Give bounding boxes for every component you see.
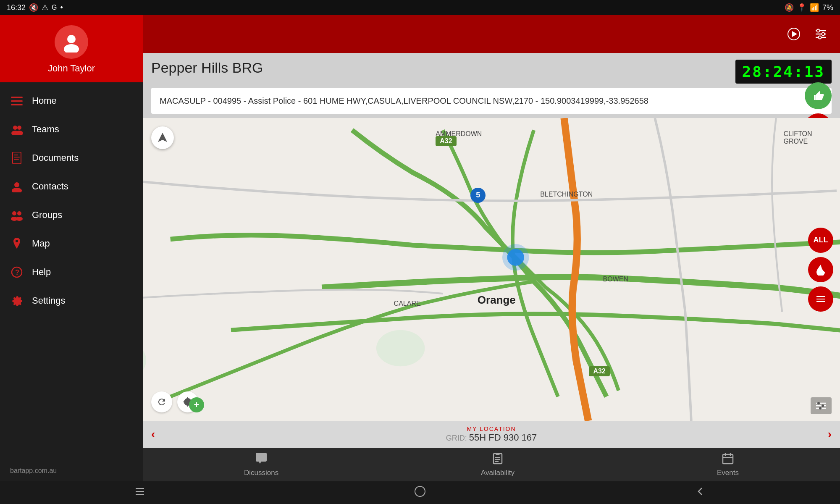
sidebar-item-label-groups: Groups bbox=[32, 210, 62, 220]
incident-title: Pepper Hills BRG bbox=[151, 60, 263, 76]
sidebar-item-help[interactable]: ? Help bbox=[0, 258, 143, 286]
svg-point-26 bbox=[817, 29, 820, 32]
map-roads-svg bbox=[143, 118, 840, 421]
groups-icon bbox=[10, 208, 24, 222]
svg-point-18 bbox=[16, 217, 23, 221]
location-info: MY LOCATION GRID: 55H FD 930 167 bbox=[446, 425, 537, 443]
bottom-tabs: Dicussions Availability bbox=[143, 448, 840, 481]
svg-point-16 bbox=[17, 211, 21, 215]
svg-point-15 bbox=[12, 211, 16, 215]
svg-rect-30 bbox=[143, 118, 840, 421]
svg-point-35 bbox=[502, 244, 529, 270]
play-icon[interactable] bbox=[785, 25, 803, 43]
sidebar: John Taylor Home bbox=[0, 15, 143, 481]
map-add-button[interactable]: + bbox=[189, 397, 204, 412]
road-badge-a32-top: A32 bbox=[436, 136, 456, 146]
home-button[interactable] bbox=[414, 486, 426, 500]
map-filter-button[interactable] bbox=[811, 397, 832, 414]
back-button[interactable] bbox=[694, 486, 706, 500]
svg-rect-3 bbox=[11, 100, 23, 102]
map-container[interactable]: AMMERDOWN CLIFTONGROVE BLETCHINGTON CALA… bbox=[143, 118, 840, 421]
svg-rect-2 bbox=[11, 97, 23, 98]
sidebar-item-groups[interactable]: Groups bbox=[0, 201, 143, 229]
signal-icon: G bbox=[52, 4, 57, 11]
time-display: 16:32 bbox=[7, 3, 26, 12]
svg-rect-9 bbox=[13, 152, 21, 164]
svg-point-57 bbox=[415, 486, 425, 496]
tab-availability[interactable]: Availability bbox=[481, 452, 514, 477]
tab-events[interactable]: Events bbox=[717, 452, 739, 477]
clipboard-icon bbox=[492, 452, 504, 467]
tab-discussions-label: Dicussions bbox=[244, 469, 278, 477]
svg-rect-45 bbox=[494, 454, 502, 464]
contact-icon bbox=[10, 180, 24, 193]
sidebar-item-label-contacts: Contacts bbox=[32, 181, 68, 192]
map-layers-button[interactable] bbox=[808, 286, 833, 312]
tab-discussions[interactable]: Dicussions bbox=[244, 452, 278, 477]
svg-point-13 bbox=[14, 182, 19, 187]
alert-icon: ⚠ bbox=[42, 3, 48, 12]
sidebar-nav: Home Teams bbox=[0, 82, 143, 460]
sidebar-item-teams[interactable]: Teams bbox=[0, 115, 143, 144]
svg-point-6 bbox=[17, 126, 21, 130]
map-drop-button[interactable] bbox=[808, 257, 833, 282]
svg-point-44 bbox=[819, 407, 822, 410]
svg-point-42 bbox=[817, 402, 820, 404]
mute-icon: 🔇 bbox=[29, 3, 38, 12]
svg-point-27 bbox=[822, 33, 825, 36]
sidebar-footer: bartapp.com.au bbox=[0, 460, 143, 481]
location-bar: ‹ MY LOCATION GRID: 55H FD 930 167 › bbox=[143, 421, 840, 448]
svg-point-43 bbox=[822, 404, 824, 407]
location-grid: GRID: 55H FD 930 167 bbox=[446, 432, 537, 443]
location-label: MY LOCATION bbox=[446, 425, 537, 432]
dot-icon: • bbox=[60, 3, 63, 12]
profile-name: John Taylor bbox=[48, 63, 95, 74]
status-bar: 16:32 🔇 ⚠ G • 🔕 📍 📶 7% bbox=[0, 0, 840, 15]
map-refresh-button[interactable] bbox=[151, 391, 172, 412]
map-navigation-button[interactable] bbox=[151, 126, 174, 149]
sidebar-profile: John Taylor bbox=[0, 15, 143, 82]
grid-value: 55H FD 930 167 bbox=[469, 432, 537, 443]
sidebar-item-label-help: Help bbox=[32, 267, 51, 278]
prev-arrow[interactable]: ‹ bbox=[151, 428, 155, 441]
svg-rect-46 bbox=[496, 453, 500, 455]
document-icon bbox=[10, 151, 24, 165]
help-icon: ? bbox=[10, 265, 24, 279]
sidebar-item-label-documents: Documents bbox=[32, 152, 79, 163]
filter-sliders-icon[interactable] bbox=[811, 25, 830, 43]
grid-prefix: GRID: bbox=[446, 434, 469, 442]
sidebar-item-map[interactable]: Map bbox=[0, 229, 143, 258]
svg-rect-4 bbox=[11, 104, 23, 105]
top-bar bbox=[143, 15, 840, 53]
status-right: 🔕 📍 📶 7% bbox=[785, 3, 833, 12]
tab-availability-label: Availability bbox=[481, 469, 514, 477]
incident-section: Pepper Hills BRG 28:24:13 MACASULP - 004… bbox=[143, 53, 840, 118]
svg-text:?: ? bbox=[15, 269, 19, 276]
status-left: 16:32 🔇 ⚠ G • bbox=[7, 3, 63, 12]
sidebar-item-contacts[interactable]: Contacts bbox=[0, 172, 143, 201]
people-icon bbox=[10, 123, 24, 136]
thumb-up-button[interactable] bbox=[805, 82, 832, 109]
road-badge-5: 5 bbox=[470, 188, 486, 203]
tab-events-label: Events bbox=[717, 469, 739, 477]
chat-icon bbox=[255, 452, 268, 467]
sidebar-item-settings[interactable]: Settings bbox=[0, 286, 143, 315]
map-all-button[interactable]: ALL bbox=[808, 228, 833, 253]
next-arrow[interactable]: › bbox=[828, 428, 832, 441]
svg-point-28 bbox=[819, 36, 822, 39]
sidebar-item-label-home: Home bbox=[32, 95, 57, 106]
svg-point-0 bbox=[67, 35, 76, 43]
svg-point-14 bbox=[12, 188, 22, 192]
svg-point-33 bbox=[376, 330, 425, 367]
sidebar-item-home[interactable]: Home bbox=[0, 87, 143, 115]
sidebar-item-documents[interactable]: Documents bbox=[0, 144, 143, 172]
recent-apps-button[interactable] bbox=[134, 487, 146, 499]
settings-icon bbox=[10, 294, 24, 307]
svg-rect-10 bbox=[14, 155, 18, 155]
svg-marker-22 bbox=[792, 31, 797, 37]
sidebar-item-label-settings: Settings bbox=[32, 295, 66, 306]
svg-rect-11 bbox=[14, 157, 20, 158]
map-pin-icon bbox=[10, 237, 24, 250]
calendar-icon bbox=[722, 452, 734, 467]
map-right-controls: ALL bbox=[808, 228, 833, 312]
